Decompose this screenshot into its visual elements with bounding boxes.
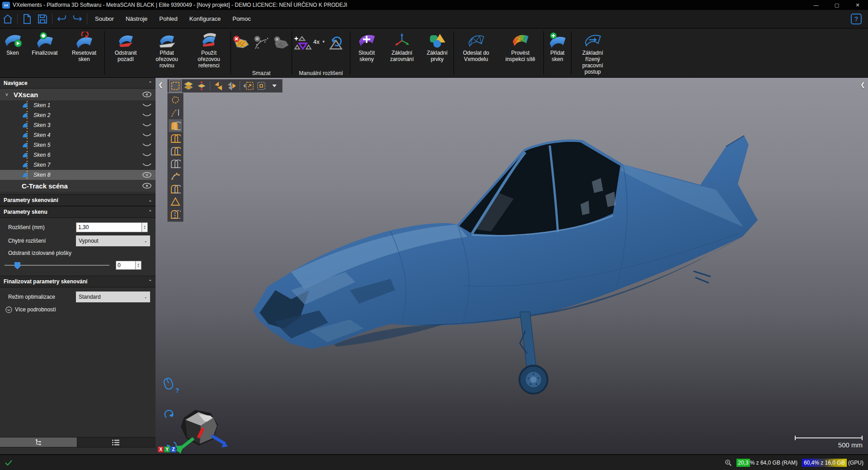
tree-node-sken-1[interactable]: Sken 1 — [0, 100, 156, 110]
visibility-off-icon[interactable] — [142, 152, 152, 158]
visibility-off-icon[interactable] — [142, 162, 152, 168]
visibility-off-icon[interactable] — [142, 122, 152, 128]
brush-intersect-tool[interactable] — [169, 157, 182, 170]
shrink-selection-tool[interactable] — [255, 80, 267, 92]
visibility-eye-icon[interactable] — [142, 183, 152, 189]
collapse-panel-right-icon[interactable]: ❮ — [860, 81, 865, 88]
visibility-eye-icon[interactable] — [142, 91, 152, 98]
all-layers-tool[interactable] — [183, 80, 194, 92]
tree-node-ctrack[interactable]: C-Track scéna — [0, 180, 156, 192]
zakladni-rizeny-postup-button[interactable]: Základní řízený pracovní postup — [572, 28, 613, 75]
memory-zoom-icon[interactable] — [725, 459, 732, 466]
brush-add-tool[interactable] — [169, 132, 182, 145]
pridat-orezovou-rovinu-button[interactable]: Přidat ořezovou rovinu — [146, 28, 188, 69]
connected-region-tool[interactable] — [169, 183, 182, 195]
backface-selection-tool[interactable] — [169, 208, 182, 221]
odeslat-do-vxmodelu-button[interactable]: Odeslat do Vxmodelu — [454, 28, 498, 62]
reset-resolution-button[interactable] — [326, 28, 346, 52]
tree-node-vxscan[interactable]: ˅ VXscan — [0, 89, 156, 100]
visibility-eye-icon[interactable] — [142, 172, 152, 178]
freeform-line-tool[interactable] — [169, 107, 182, 119]
collapse-panel-left-icon[interactable]: ❮ — [158, 81, 163, 88]
chevron-up-icon[interactable]: ⌃ — [148, 279, 152, 284]
tree-node-sken-2[interactable]: Sken 2 — [0, 110, 156, 120]
new-project-icon[interactable] — [19, 12, 35, 26]
resetovat-sken-button[interactable]: Resetovat sken — [64, 28, 104, 62]
sloucit-skeny-button[interactable]: Sloučit skeny — [351, 28, 382, 62]
increase-resolution-button[interactable] — [292, 28, 313, 52]
grow-selection-tool[interactable] — [242, 80, 254, 92]
parametry-skenovani-header[interactable]: Parametry skenování ⌄ — [0, 194, 156, 206]
help-icon[interactable]: ? — [851, 14, 862, 24]
rezim-optimalizace-dropdown[interactable]: Standard ⌄ — [76, 291, 150, 302]
compress-layers-tool[interactable] — [196, 80, 208, 92]
navigace-panel-header[interactable]: Navigace ⌃ — [0, 78, 156, 89]
svg-text:?: ? — [175, 387, 179, 394]
triangle-selection-tool[interactable] — [169, 195, 182, 208]
izolovane-input[interactable] — [116, 261, 136, 270]
tree-view-tab[interactable] — [0, 437, 77, 447]
menu-konfigurace[interactable]: Konfigurace — [184, 13, 226, 25]
tree-node-sken-3[interactable]: Sken 3 — [0, 120, 156, 130]
list-view-tab[interactable] — [77, 437, 154, 447]
minimize-button[interactable]: — — [806, 0, 826, 10]
pouzit-orezovou-referenci-button[interactable]: Použít ořezovou referenci — [188, 28, 230, 69]
viewport-3d[interactable]: ? ❮ ❮ — [156, 78, 868, 454]
visibility-off-icon[interactable] — [142, 112, 152, 118]
visibility-off-icon[interactable] — [142, 142, 152, 148]
home-icon[interactable] — [0, 12, 15, 26]
tree-node-sken-7[interactable]: Sken 7 — [0, 160, 156, 170]
tree-node-sken-5[interactable]: Sken 5 — [0, 140, 156, 150]
expander-chevron-icon[interactable]: ˅ — [0, 92, 14, 97]
rectangle-selection-tool[interactable] — [170, 80, 181, 92]
save-icon[interactable] — [35, 12, 50, 26]
mesh-inspection-icon — [510, 32, 530, 49]
previous-selection-tool[interactable] — [212, 80, 224, 92]
next-selection-tool[interactable] — [226, 80, 237, 92]
chevron-up-icon[interactable]: ⌃ — [148, 210, 152, 214]
vice-podrobnosti-toggle[interactable]: Více podrobností — [0, 304, 156, 315]
parametry-skenu-header[interactable]: Parametry skenu ⌃ — [0, 206, 156, 218]
slider-thumb[interactable] — [14, 262, 20, 269]
scanned-aircraft-model[interactable]: ? — [156, 78, 868, 454]
finalizovat-parametry-header[interactable]: Finalizovat parametry skenování ⌃ — [0, 276, 156, 287]
chevron-down-icon[interactable]: ⌄ — [148, 198, 152, 202]
resolution-zoom-dropdown[interactable]: 4x ▼ — [313, 28, 326, 45]
visibility-off-icon[interactable] — [142, 102, 152, 108]
visibility-off-icon[interactable] — [142, 132, 152, 138]
spline-selection-tool[interactable] — [169, 170, 182, 183]
menu-soubor[interactable]: Soubor — [89, 13, 120, 25]
delete-selection-button[interactable] — [231, 28, 251, 51]
provest-inspekci-site-button[interactable]: Provést inspekci sítě — [498, 28, 543, 62]
navigation-cube[interactable] — [175, 410, 228, 454]
spinner-stepper[interactable]: ▲▼ — [142, 222, 148, 232]
chytre-rozliseni-dropdown[interactable]: Vypnout ⌄ — [76, 235, 150, 246]
menu-nastroje[interactable]: Nástroje — [120, 13, 153, 25]
rotate-cw-icon[interactable] — [165, 410, 173, 418]
close-button[interactable]: ✕ — [847, 0, 868, 10]
redo-icon[interactable] — [70, 12, 85, 26]
sken-button[interactable]: Sken — [0, 28, 25, 56]
finalizovat-button[interactable]: Finalizovat — [25, 28, 64, 56]
rozliseni-input[interactable] — [76, 222, 142, 232]
spinner-stepper[interactable]: ▲▼ — [136, 261, 142, 270]
tree-node-sken-4[interactable]: Sken 4 — [0, 130, 156, 140]
izolovane-slider[interactable] — [5, 262, 109, 268]
delete-mesh-button-disabled[interactable] — [271, 28, 291, 51]
selection-options-dropdown[interactable] — [269, 80, 280, 92]
menu-pomoc[interactable]: Pomoc — [226, 13, 256, 25]
lasso-selection-tool[interactable] — [169, 94, 182, 107]
brush-selection-tool-active[interactable] — [169, 119, 182, 132]
zakladni-prvky-button[interactable]: Základní prvky — [421, 28, 453, 62]
pridat-sken-button[interactable]: Přidat sken — [544, 28, 571, 62]
chevron-up-icon[interactable]: ⌃ — [148, 81, 152, 85]
maximize-button[interactable]: ▢ — [826, 0, 847, 10]
undo-icon[interactable] — [54, 12, 70, 26]
zakladni-zarovnani-button[interactable]: Základní zarovnání — [382, 28, 421, 62]
delete-points-button-disabled[interactable] — [251, 28, 271, 51]
brush-subtract-tool[interactable] — [169, 145, 182, 157]
tree-node-sken-8-selected[interactable]: Sken 8 — [0, 170, 156, 180]
odstranit-pozadi-button[interactable]: Odstranit pozadí — [105, 28, 146, 62]
menu-pohled[interactable]: Pohled — [153, 13, 183, 25]
tree-node-sken-6[interactable]: Sken 6 — [0, 150, 156, 160]
